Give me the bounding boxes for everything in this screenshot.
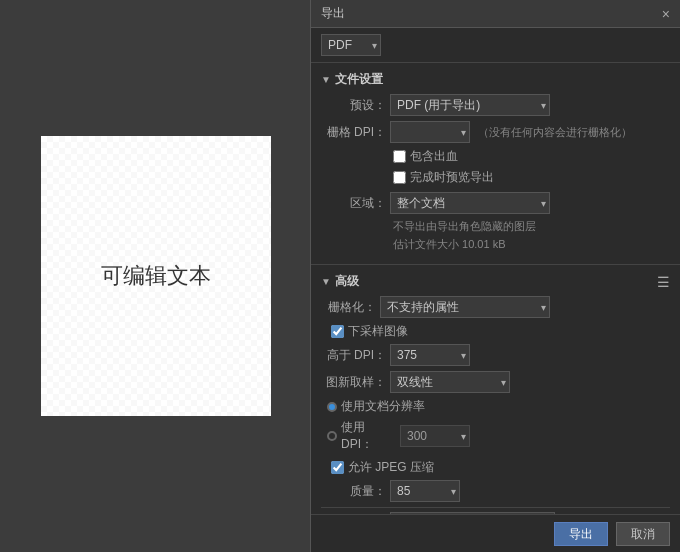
quality-row: 质量： 85 [321,480,670,502]
file-size: 估计文件大小 10.01 kB [393,237,670,252]
higher-dpi-label: 高于 DPI： [321,347,386,364]
resample-select[interactable]: 双线性 [390,371,510,393]
dialog-overlay: 可编辑文本 导出 × PDF PNG JPEG SVG [0,0,680,552]
dpi-select[interactable] [390,121,470,143]
rasterize-select-wrapper: 不支持的属性 [380,296,550,318]
format-row: PDF PNG JPEG SVG [311,28,680,63]
higher-dpi-select[interactable]: 375 [390,344,470,366]
use-doc-res-row: 使用文档分辨率 [321,398,670,415]
include-bleed-row: 包含出血 [393,148,670,165]
dialog-title: 导出 [321,5,345,22]
region-row: 区域： 整个文档 [321,192,670,214]
resample-row: 图新取样： 双线性 [321,371,670,393]
dialog-titlebar: 导出 × [311,0,680,28]
allow-jpeg-checkbox[interactable] [331,461,344,474]
higher-dpi-select-wrapper: 375 [390,344,470,366]
dpi-label: 栅格 DPI： [321,124,386,141]
dialog-panel: 导出 × PDF PNG JPEG SVG ▼ [310,0,680,552]
downsample-row: 下采样图像 [331,323,670,340]
file-settings-title: 文件设置 [335,71,383,88]
downsample-checkbox[interactable] [331,325,344,338]
use-dpi-radio[interactable] [327,431,337,441]
use-doc-res-radio[interactable] [327,402,337,412]
file-settings-section: ▼ 文件设置 预设： PDF (用于导出) [311,63,680,265]
preview-export-checkbox[interactable] [393,171,406,184]
higher-dpi-row: 高于 DPI： 375 [321,344,670,366]
file-settings-content: 预设： PDF (用于导出) 栅格 DPI： [311,92,680,260]
use-dpi-select-wrapper: 300 [400,425,470,447]
advanced-section-header: ▼ 高级 ☰ [311,269,680,294]
preview-export-label: 完成时预览导出 [410,169,494,186]
allow-jpeg-row: 允许 JPEG 压缩 [331,459,670,476]
quality-select[interactable]: 85 [390,480,460,502]
dpi-row: 栅格 DPI： （没有任何内容会进行栅格化） [321,121,670,143]
region-label: 区域： [321,195,386,212]
file-settings-header[interactable]: ▼ 文件设置 [311,67,680,92]
dpi-hint: （没有任何内容会进行栅格化） [478,125,632,140]
advanced-toggle[interactable]: ▼ [321,276,331,287]
dialog-content[interactable]: PDF PNG JPEG SVG ▼ 文件设置 预设： [311,28,680,514]
format-select-wrapper: PDF PNG JPEG SVG [321,34,381,56]
preset-select[interactable]: PDF (用于导出) [390,94,550,116]
close-button[interactable]: × [662,7,670,21]
region-note: 不导出由导出角色隐藏的图层 [393,219,670,234]
rasterize-select[interactable]: 不支持的属性 [380,296,550,318]
preview-text: 可编辑文本 [101,261,211,291]
dialog-footer: 导出 取消 [311,514,680,552]
include-bleed-label: 包含出血 [410,148,458,165]
quality-label: 质量： [321,483,386,500]
downsample-label: 下采样图像 [348,323,408,340]
advanced-content: 栅格化： 不支持的属性 下采样图像 高于 DP [311,294,680,514]
compat-select[interactable]: PDF 1.7 (Acrobat 8) [390,512,555,514]
resample-label: 图新取样： [321,374,386,391]
region-select[interactable]: 整个文档 [390,192,550,214]
preview-export-row: 完成时预览导出 [393,169,670,186]
compat-select-wrapper: PDF 1.7 (Acrobat 8) [390,512,555,514]
quality-select-wrapper: 85 [390,480,460,502]
preview-panel: 可编辑文本 [0,0,312,552]
preset-select-wrapper: PDF (用于导出) [390,94,550,116]
use-doc-res-label: 使用文档分辨率 [341,398,425,415]
use-dpi-select[interactable]: 300 [400,425,470,447]
resample-select-wrapper: 双线性 [390,371,510,393]
include-bleed-checkbox[interactable] [393,150,406,163]
advanced-menu-icon[interactable]: ☰ [657,274,670,290]
cancel-button[interactable]: 取消 [616,522,670,546]
region-select-wrapper: 整个文档 [390,192,550,214]
export-button[interactable]: 导出 [554,522,608,546]
rasterize-label: 栅格化： [321,299,376,316]
format-select[interactable]: PDF PNG JPEG SVG [321,34,381,56]
advanced-section: ▼ 高级 ☰ 栅格化： 不支持的属性 [311,265,680,514]
dpi-select-wrapper [390,121,470,143]
use-dpi-label: 使用 DPI： [341,419,396,453]
advanced-section-left: ▼ 高级 [321,273,359,290]
preset-row: 预设： PDF (用于导出) [321,94,670,116]
divider-1 [321,507,670,508]
advanced-title: 高级 [335,273,359,290]
file-settings-toggle: ▼ [321,74,331,85]
rasterize-row: 栅格化： 不支持的属性 [321,296,670,318]
preview-canvas-inner: 可编辑文本 [41,136,271,416]
preset-label: 预设： [321,97,386,114]
use-dpi-row: 使用 DPI： 300 [321,419,670,453]
preview-canvas: 可编辑文本 [41,136,271,416]
allow-jpeg-label: 允许 JPEG 压缩 [348,459,434,476]
